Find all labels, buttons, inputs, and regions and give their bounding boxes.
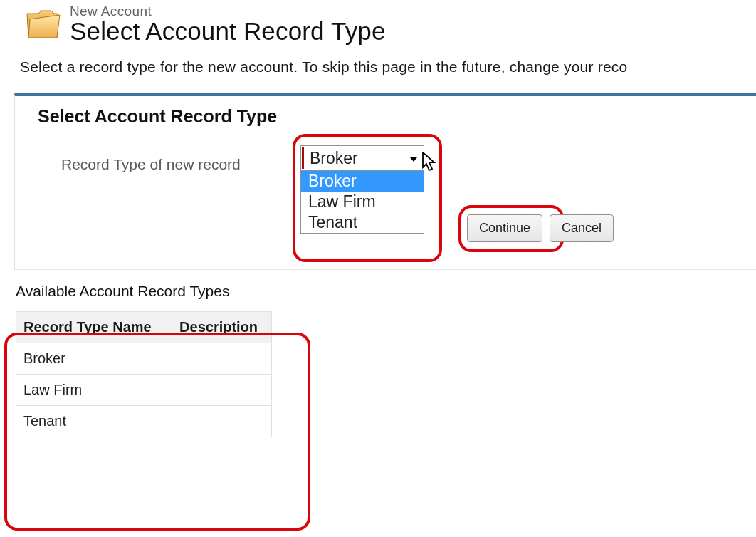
record-type-select-wrap: Broker Broker Law Firm Tenant [300,145,424,234]
folder-icon [24,6,61,42]
continue-button[interactable]: Continue [467,214,542,242]
form-area: Record Type of new record Broker Broker … [15,137,756,270]
record-type-name-cell: Law Firm [16,375,172,406]
record-type-desc-cell [172,375,272,406]
available-record-types-section: Available Account Record Types Record Ty… [16,283,293,437]
record-type-name-cell: Tenant [16,406,172,437]
col-header-name: Record Type Name [16,312,172,343]
table-row: Broker [16,343,272,375]
record-type-options: Broker Law Firm Tenant [300,171,424,234]
record-type-desc-cell [172,406,272,437]
panel-title: Select Account Record Type [15,96,756,137]
action-buttons: Continue Cancel [467,214,614,242]
table-row: Law Firm [16,375,272,406]
record-type-select[interactable]: Broker [300,145,424,171]
record-type-option[interactable]: Tenant [301,212,424,233]
svg-marker-0 [410,157,417,162]
record-type-name-cell: Broker [16,343,172,375]
page-header: New Account Select Account Record Type [0,0,756,46]
chevron-down-icon [409,149,418,168]
col-header-desc: Description [172,312,272,343]
table-row: Tenant [16,406,272,437]
record-type-desc-cell [172,343,272,375]
cursor-icon [422,152,438,172]
record-type-select-value: Broker [310,149,358,168]
record-type-label: Record Type of new record [61,156,241,173]
intro-text: Select a record type for the new account… [0,46,756,75]
available-record-types-table: Record Type Name Description Broker Law … [16,311,272,437]
available-title: Available Account Record Types [16,283,293,300]
record-type-panel: Select Account Record Type Record Type o… [14,93,756,270]
record-type-option[interactable]: Broker [301,171,424,192]
record-type-option[interactable]: Law Firm [301,192,424,212]
page-title: Select Account Record Type [70,17,386,46]
cancel-button[interactable]: Cancel [550,214,614,242]
